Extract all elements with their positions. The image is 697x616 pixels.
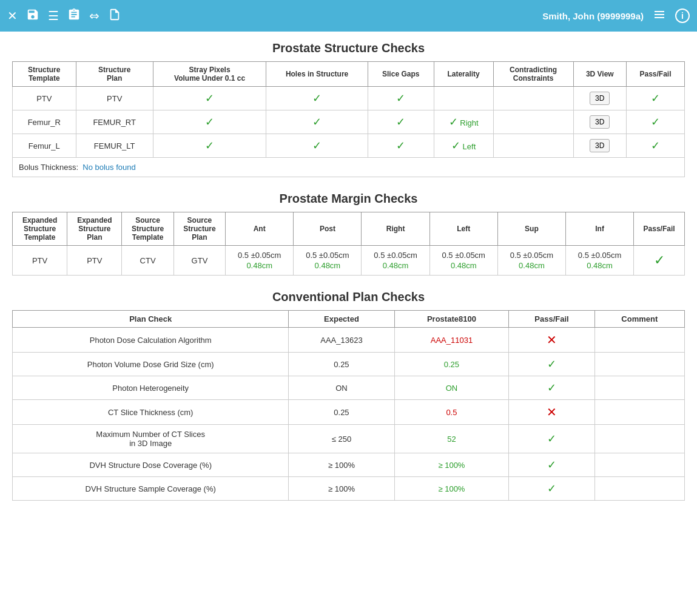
check-label: DVH Structure Dose Coverage (%) — [13, 453, 289, 477]
col-holes: Holes in Structure — [266, 62, 368, 87]
app-header: ✕ ☰ ⇔ Smith, John (9999999a) i — [0, 0, 697, 32]
close-icon[interactable]: ✕ — [7, 8, 18, 23]
actual-value: 0.5 — [394, 400, 509, 425]
exp-plan: PTV — [67, 246, 122, 276]
actual-value: ≥ 100% — [394, 453, 509, 477]
table-row: Maximum Number of CT Slicesin 3D Image ≤… — [13, 425, 685, 453]
main-content: Prostate Structure Checks StructureTempl… — [0, 32, 697, 525]
table-row: PTV PTV ✓ ✓ ✓ 3D ✓ — [13, 87, 685, 110]
inf-actual: 0.48cm — [587, 261, 613, 270]
check-label: Maximum Number of CT Slicesin 3D Image — [13, 425, 289, 453]
pass-fail: ✕ — [509, 328, 594, 353]
menu-icon[interactable]: ☰ — [48, 8, 59, 23]
col-pass-fail: Pass/Fail — [509, 311, 594, 328]
col-ant: Ant — [226, 212, 294, 246]
sup-expected: 0.5 ±0.05cm — [510, 251, 553, 260]
col-laterality: Laterality — [434, 62, 493, 87]
save-icon[interactable] — [26, 8, 39, 24]
row-plan: FEMUR_RT — [76, 110, 153, 134]
col-3d-view: 3D View — [573, 62, 626, 87]
row-template: Femur_R — [13, 110, 76, 134]
table-row: Photon Dose Calculation Algorithm AAA_13… — [13, 328, 685, 353]
table-row: Photon Volume Dose Grid Size (cm) 0.25 0… — [13, 353, 685, 376]
col-src-plan: SourceStructurePlan — [173, 212, 225, 246]
src-template: CTV — [122, 246, 173, 276]
table-row: Femur_L FEMUR_LT ✓ ✓ ✓ ✓ Left 3D ✓ — [13, 134, 685, 158]
col-sup: Sup — [497, 212, 565, 246]
structure-checks-title: Prostate Structure Checks — [12, 41, 685, 55]
margin-checks-title: Prostate Margin Checks — [12, 192, 685, 206]
row-template: Femur_L — [13, 134, 76, 158]
bolus-value: No bolus found — [82, 163, 135, 172]
table-row: Femur_R FEMUR_RT ✓ ✓ ✓ ✓ Right 3D ✓ — [13, 110, 685, 134]
bolus-cell: Bolus Thickness: No bolus found — [13, 158, 685, 177]
ant-expected: 0.5 ±0.05cm — [238, 251, 281, 260]
exp-template: PTV — [13, 246, 67, 276]
actual-value: ON — [394, 376, 509, 400]
expected-value: AAA_13623 — [289, 328, 394, 353]
row-3d[interactable]: 3D — [573, 87, 626, 110]
comment — [594, 425, 684, 453]
left-actual: 0.48cm — [451, 261, 477, 270]
actual-value: 0.25 — [394, 353, 509, 376]
left-cell: 0.5 ±0.05cm 0.48cm — [429, 246, 497, 276]
comment — [594, 376, 684, 400]
ant-actual: 0.48cm — [246, 261, 272, 270]
row-3d[interactable]: 3D — [573, 110, 626, 134]
clipboard-icon[interactable] — [67, 8, 81, 24]
expected-value: ON — [289, 376, 394, 400]
actual-value: 52 — [394, 425, 509, 453]
right-cell: 0.5 ±0.05cm 0.48cm — [362, 246, 429, 276]
right-actual: 0.48cm — [383, 261, 409, 270]
patient-name: Smith, John (9999999a) — [542, 11, 644, 21]
pass-fail: ✓ — [509, 353, 594, 376]
row-pass: ✓ — [626, 110, 684, 134]
row-contradicting — [493, 110, 573, 134]
col-exp-template: ExpandedStructureTemplate — [13, 212, 67, 246]
row-3d[interactable]: 3D — [573, 134, 626, 158]
row-stray: ✓ — [153, 110, 266, 134]
comment — [594, 328, 684, 353]
header-toolbar: ✕ ☰ ⇔ — [7, 8, 121, 24]
pass-fail: ✕ — [509, 400, 594, 425]
col-structure-plan: StructurePlan — [76, 62, 153, 87]
inf-expected: 0.5 ±0.05cm — [578, 251, 621, 260]
row-stray: ✓ — [153, 134, 266, 158]
col-comment: Comment — [594, 311, 684, 328]
row-laterality: ✓ Right — [434, 110, 493, 134]
col-contradicting: ContradictingConstraints — [493, 62, 573, 87]
row-contradicting — [493, 134, 573, 158]
row-pass: ✓ — [626, 87, 684, 110]
info-icon[interactable]: i — [675, 8, 690, 23]
row-slice-gaps: ✓ — [368, 87, 434, 110]
col-inf: Inf — [565, 212, 633, 246]
inf-cell: 0.5 ±0.05cm 0.48cm — [565, 246, 633, 276]
col-expected: Expected — [289, 311, 394, 328]
row-holes: ✓ — [266, 110, 368, 134]
row-laterality — [434, 87, 493, 110]
comment — [594, 353, 684, 376]
actual-value: AAA_11031 — [394, 328, 509, 353]
col-pass-fail: Pass/Fail — [626, 62, 684, 87]
row-holes: ✓ — [266, 87, 368, 110]
conventional-checks-table: Plan Check Expected Prostate8100 Pass/Fa… — [12, 310, 685, 501]
expected-value: 0.25 — [289, 353, 394, 376]
row-slice-gaps: ✓ — [368, 110, 434, 134]
row-slice-gaps: ✓ — [368, 134, 434, 158]
actual-value: ≥ 100% — [394, 477, 509, 501]
check-label: CT Slice Thickness (cm) — [13, 400, 289, 425]
network-icon[interactable] — [652, 7, 667, 25]
pass-fail: ✓ — [509, 376, 594, 400]
col-src-template: SourceStructureTemplate — [122, 212, 173, 246]
col-stray-pixels: Stray PixelsVolume Under 0.1 cc — [153, 62, 266, 87]
col-structure-template: StructureTemplate — [13, 62, 76, 87]
col-post: Post — [294, 212, 362, 246]
sup-cell: 0.5 ±0.05cm 0.48cm — [497, 246, 565, 276]
document-icon[interactable] — [108, 8, 121, 24]
margin-pass: ✓ — [634, 246, 685, 276]
expected-value: ≤ 250 — [289, 425, 394, 453]
check-label: Photon Volume Dose Grid Size (cm) — [13, 353, 289, 376]
table-row: CT Slice Thickness (cm) 0.25 0.5 ✕ — [13, 400, 685, 425]
swap-icon[interactable]: ⇔ — [89, 8, 99, 23]
post-actual: 0.48cm — [315, 261, 341, 270]
